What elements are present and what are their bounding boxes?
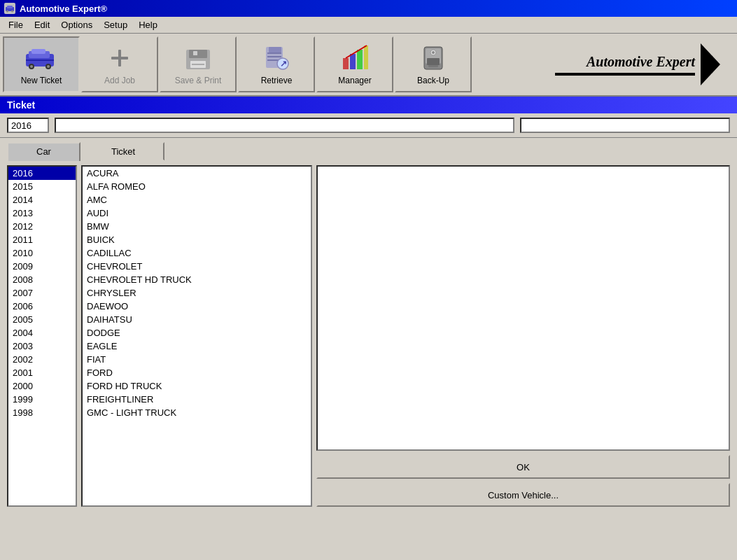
svg-text:↗: ↗ bbox=[280, 59, 287, 69]
make-list-item[interactable]: CHRYSLER bbox=[83, 286, 311, 300]
year-list-item[interactable]: 2007 bbox=[8, 286, 76, 300]
save-print-icon bbox=[181, 43, 215, 73]
make-list-item[interactable]: CHEVROLET HD TRUCK bbox=[83, 273, 311, 286]
year-list-item[interactable]: 1999 bbox=[8, 393, 76, 406]
svg-point-8 bbox=[30, 65, 33, 68]
add-job-label: Add Job bbox=[104, 76, 135, 85]
year-list-item[interactable]: 2014 bbox=[8, 193, 76, 206]
back-up-button[interactable]: Back-Up bbox=[395, 36, 472, 92]
toolbar: New Ticket Add Job Save & Print bbox=[0, 34, 737, 97]
back-up-icon bbox=[416, 43, 450, 73]
svg-rect-11 bbox=[26, 59, 54, 61]
make-list-container: ACURAALFA ROMEOAMCAUDIBMWBUICKCADILLACCH… bbox=[81, 165, 312, 507]
make-list-item[interactable]: AUDI bbox=[83, 206, 311, 220]
make-list-item[interactable]: ACURA bbox=[83, 167, 311, 180]
year-list-item[interactable]: 2015 bbox=[8, 180, 76, 193]
manager-label: Manager bbox=[338, 76, 371, 85]
title-bar-text: Automotive Expert® bbox=[20, 4, 107, 14]
svg-rect-21 bbox=[267, 52, 281, 54]
year-list-item[interactable]: 2016 bbox=[8, 167, 76, 180]
new-ticket-icon bbox=[24, 43, 58, 73]
make-list-item[interactable]: CHEVROLET bbox=[83, 260, 311, 273]
manager-icon bbox=[338, 43, 372, 73]
model-list[interactable] bbox=[316, 165, 730, 451]
svg-point-10 bbox=[47, 65, 50, 68]
make-list-item[interactable]: GMC - LIGHT TRUCK bbox=[83, 406, 311, 419]
main-area: Ticket Car Ticket 2016201520142013201220… bbox=[0, 97, 737, 511]
ticket-name-input[interactable] bbox=[55, 118, 514, 133]
add-job-button[interactable]: Add Job bbox=[81, 36, 158, 92]
retrieve-icon: ↗ bbox=[260, 43, 293, 73]
svg-point-2 bbox=[6, 10, 8, 13]
retrieve-button[interactable]: ↗ Retrieve bbox=[238, 36, 315, 92]
year-list-item[interactable]: 2003 bbox=[8, 340, 76, 353]
menu-setup[interactable]: Setup bbox=[98, 18, 133, 31]
tabs-container: Car Ticket bbox=[0, 138, 737, 161]
custom-vehicle-button[interactable]: Custom Vehicle... bbox=[316, 483, 730, 507]
svg-rect-1 bbox=[7, 6, 13, 8]
retrieve-label: Retrieve bbox=[261, 76, 293, 85]
year-list-item[interactable]: 1998 bbox=[8, 406, 76, 419]
make-list-item[interactable]: FIAT bbox=[83, 353, 311, 366]
make-list-item[interactable]: DAIHATSU bbox=[83, 313, 311, 326]
svg-rect-27 bbox=[350, 54, 356, 69]
ticket-id-input[interactable] bbox=[520, 118, 730, 133]
make-list-item[interactable]: EAGLE bbox=[83, 340, 311, 353]
year-list-item[interactable]: 2001 bbox=[8, 366, 76, 379]
svg-rect-13 bbox=[118, 50, 121, 66]
year-list-item[interactable]: 2012 bbox=[8, 220, 76, 233]
add-job-icon bbox=[103, 43, 136, 73]
make-list-item[interactable]: FORD bbox=[83, 366, 311, 379]
menu-edit[interactable]: Edit bbox=[29, 18, 55, 31]
save-print-button[interactable]: Save & Print bbox=[160, 36, 237, 92]
app-brand: Automotive Expert bbox=[473, 36, 734, 92]
menu-options[interactable]: Options bbox=[55, 18, 98, 31]
brand-text: Automotive Expert bbox=[587, 54, 695, 70]
ok-button[interactable]: OK bbox=[316, 455, 730, 479]
svg-rect-28 bbox=[357, 50, 363, 69]
year-list-item[interactable]: 2000 bbox=[8, 379, 76, 393]
ticket-fields bbox=[0, 113, 737, 138]
year-list-item[interactable]: 2013 bbox=[8, 206, 76, 220]
make-list-item[interactable]: DAEWOO bbox=[83, 300, 311, 313]
svg-point-34 bbox=[432, 51, 435, 54]
manager-button[interactable]: Manager bbox=[316, 36, 393, 92]
svg-rect-15 bbox=[189, 50, 207, 58]
new-ticket-button[interactable]: New Ticket bbox=[3, 36, 80, 92]
svg-rect-32 bbox=[427, 58, 440, 65]
year-list-item[interactable]: 2006 bbox=[8, 300, 76, 313]
tab-ticket[interactable]: Ticket bbox=[82, 142, 164, 161]
year-list-item[interactable]: 2002 bbox=[8, 353, 76, 366]
make-list-item[interactable]: BUICK bbox=[83, 233, 311, 246]
make-list[interactable]: ACURAALFA ROMEOAMCAUDIBMWBUICKCADILLACCH… bbox=[81, 165, 312, 507]
year-list-container: 2016201520142013201220112010200920082007… bbox=[7, 165, 77, 507]
svg-rect-35 bbox=[428, 65, 438, 67]
svg-point-3 bbox=[11, 10, 13, 13]
brand-arrow bbox=[701, 43, 720, 85]
year-list-item[interactable]: 2008 bbox=[8, 273, 76, 286]
make-list-item[interactable]: CADILLAC bbox=[83, 246, 311, 260]
ticket-year-input[interactable] bbox=[7, 118, 49, 133]
svg-rect-6 bbox=[31, 49, 45, 54]
title-bar: Automotive Expert® bbox=[0, 0, 737, 17]
new-ticket-label: New Ticket bbox=[21, 76, 62, 85]
ticket-panel-title: Ticket bbox=[0, 97, 737, 113]
year-list-item[interactable]: 2004 bbox=[8, 326, 76, 340]
make-list-item[interactable]: ALFA ROMEO bbox=[83, 180, 311, 193]
make-list-item[interactable]: AMC bbox=[83, 193, 311, 206]
right-panel: OK Custom Vehicle... bbox=[316, 165, 730, 507]
menu-help[interactable]: Help bbox=[133, 18, 163, 31]
make-list-item[interactable]: BMW bbox=[83, 220, 311, 233]
year-list-item[interactable]: 2005 bbox=[8, 313, 76, 326]
year-list-item[interactable]: 2011 bbox=[8, 233, 76, 246]
lists-area: 2016201520142013201220112010200920082007… bbox=[0, 161, 737, 511]
year-list-item[interactable]: 2010 bbox=[8, 246, 76, 260]
year-list-item[interactable]: 2009 bbox=[8, 260, 76, 273]
tab-car[interactable]: Car bbox=[7, 142, 80, 161]
year-list[interactable]: 2016201520142013201220112010200920082007… bbox=[7, 165, 77, 507]
make-list-item[interactable]: DODGE bbox=[83, 326, 311, 340]
menu-file[interactable]: File bbox=[3, 18, 29, 31]
make-list-item[interactable]: FREIGHTLINER bbox=[83, 393, 311, 406]
make-list-item[interactable]: FORD HD TRUCK bbox=[83, 379, 311, 393]
svg-rect-17 bbox=[192, 64, 204, 65]
